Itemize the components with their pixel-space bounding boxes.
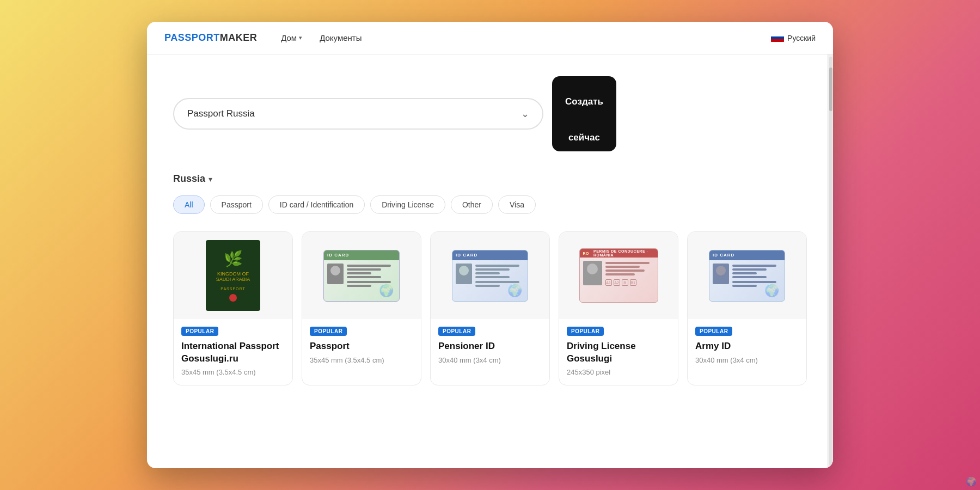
id-photo xyxy=(327,264,344,284)
nav-documents-label: Документы xyxy=(320,33,362,42)
card-army-id[interactable]: ID CARD xyxy=(687,231,807,385)
card-international-passport[interactable]: 🌿 KINGDOM OFSAUDI ARABIA PASSPORT POPULA… xyxy=(173,231,293,385)
country-label: Russia xyxy=(173,173,205,185)
filter-chip-driving-license[interactable]: Driving License xyxy=(370,195,445,214)
search-chevron-icon: ⌄ xyxy=(521,108,529,120)
card-image-pensioner: ID CARD xyxy=(431,232,549,319)
card-title-4: Driving License Gosuslugi xyxy=(567,340,670,364)
card-image-army: ID CARD xyxy=(688,232,806,319)
filter-row: All Passport ID card / Identification Dr… xyxy=(173,195,801,214)
logo: PASSPORT MAKER xyxy=(164,32,257,44)
card-title-3: Pensioner ID xyxy=(438,340,542,352)
card-body-passport: POPULAR International Passport Gosuslugi… xyxy=(174,319,292,384)
pensioner-card-thumbnail: ID CARD xyxy=(452,250,528,302)
search-bar[interactable]: Passport Russia ⌄ xyxy=(173,98,543,130)
country-selector[interactable]: Russia ▾ xyxy=(173,173,801,185)
create-now-button[interactable]: Создать сейчас xyxy=(552,76,616,151)
pensioner-card-header: ID CARD xyxy=(452,250,528,260)
card-title-5: Army ID xyxy=(695,340,799,352)
id-card-thumbnail: ID CARD xyxy=(323,250,400,302)
army-photo xyxy=(713,264,729,284)
card-size-3: 30x40 mm (3x4 cm) xyxy=(438,356,542,364)
nav-item-documents[interactable]: Документы xyxy=(313,30,368,46)
card-size-4: 245x350 pixel xyxy=(567,368,670,376)
chevron-down-icon: ▾ xyxy=(299,34,302,41)
main-content: Passport Russia ⌄ Создать сейчас Russia … xyxy=(147,54,828,468)
country-chevron-icon: ▾ xyxy=(209,175,212,183)
create-line2: сейчас xyxy=(568,132,600,143)
logo-passport: PASSPORT xyxy=(164,32,220,44)
card-body-army: POPULAR Army ID 30x40 mm (3x4 cm) xyxy=(688,319,806,372)
popular-badge-5: POPULAR xyxy=(695,327,732,336)
scrollbar[interactable] xyxy=(828,54,833,468)
filter-chip-id-card[interactable]: ID card / Identification xyxy=(268,195,365,214)
popular-badge-3: POPULAR xyxy=(438,327,475,336)
card-driving-license[interactable]: RO PERMIS DE CONDUCERE · ROMÂNIA xyxy=(559,231,678,385)
scrollbar-thumb[interactable] xyxy=(829,68,832,111)
card-size-5: 30x40 mm (3x4 cm) xyxy=(695,356,799,364)
card-title: International Passport Gosuslugi.ru xyxy=(181,340,285,364)
nav-home-label: Дом xyxy=(281,33,297,42)
russia-flag-icon xyxy=(771,34,784,42)
card-body-dl: POPULAR Driving License Gosuslugi 245x35… xyxy=(559,319,678,384)
card-image-id: ID CARD xyxy=(302,232,421,319)
dl-photo xyxy=(583,261,602,285)
card-size: 35x45 mm (3.5x4.5 cm) xyxy=(181,368,285,376)
card-image-dl: RO PERMIS DE CONDUCERE · ROMÂNIA xyxy=(559,232,678,319)
card-body-pensioner: POPULAR Pensioner ID 30x40 mm (3x4 cm) xyxy=(431,319,549,372)
card-pensioner-id[interactable]: ID CARD xyxy=(430,231,550,385)
create-line1: Создать xyxy=(565,96,603,107)
filter-chip-other[interactable]: Other xyxy=(451,195,493,214)
card-body-id: POPULAR Passport 35x45 mm (3.5x4.5 cm) xyxy=(302,319,421,372)
scrollbar-track[interactable] xyxy=(829,57,832,466)
army-card-header: ID CARD xyxy=(709,250,785,260)
cards-grid: 🌿 KINGDOM OFSAUDI ARABIA PASSPORT POPULA… xyxy=(173,231,801,385)
card-passport[interactable]: ID CARD xyxy=(302,231,421,385)
dl-thumbnail: RO PERMIS DE CONDUCERE · ROMÂNIA xyxy=(579,248,658,303)
popular-badge-2: POPULAR xyxy=(310,327,347,336)
filter-chip-all[interactable]: All xyxy=(173,195,205,214)
card-title-2: Passport xyxy=(310,340,413,352)
passport-thumbnail: 🌿 KINGDOM OFSAUDI ARABIA PASSPORT xyxy=(206,240,260,311)
nav-item-home[interactable]: Дом ▾ xyxy=(274,30,309,46)
language-selector[interactable]: Русский xyxy=(771,34,816,42)
popular-badge: POPULAR xyxy=(181,327,218,336)
search-row: Passport Russia ⌄ Создать сейчас xyxy=(173,76,801,151)
logo-maker: MAKER xyxy=(220,32,258,44)
lang-label: Русский xyxy=(787,34,816,42)
filter-chip-visa[interactable]: Visa xyxy=(498,195,536,214)
popular-badge-4: POPULAR xyxy=(567,327,604,336)
card-image-passport: 🌿 KINGDOM OFSAUDI ARABIA PASSPORT xyxy=(174,232,292,319)
header: PASSPORT MAKER Дом ▾ Документы Русский xyxy=(147,22,833,54)
card-size-2: 35x45 mm (3.5x4.5 cm) xyxy=(310,356,413,364)
pensioner-photo xyxy=(456,264,472,284)
search-text: Passport Russia xyxy=(187,108,521,119)
dl-header: RO PERMIS DE CONDUCERE · ROMÂNIA xyxy=(580,249,658,258)
id-card-header: ID CARD xyxy=(324,250,399,260)
nav: Дом ▾ Документы xyxy=(274,30,754,46)
filter-chip-passport[interactable]: Passport xyxy=(210,195,263,214)
army-card-thumbnail: ID CARD xyxy=(709,250,785,302)
